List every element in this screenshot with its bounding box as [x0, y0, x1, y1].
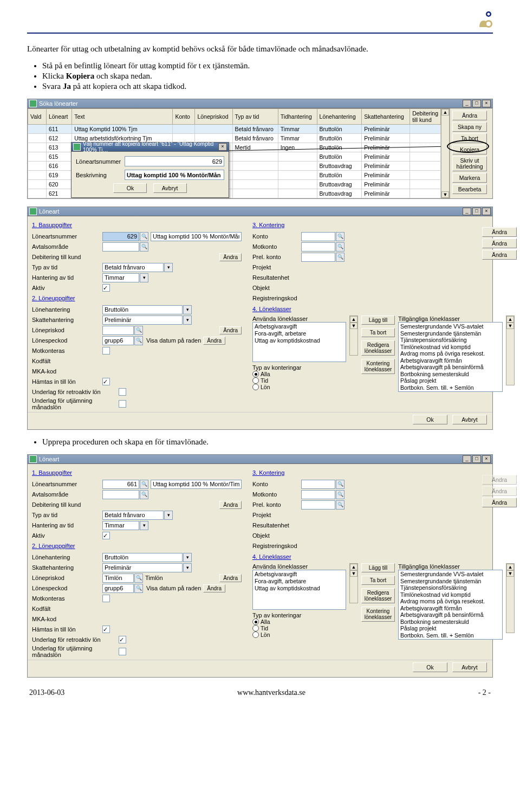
col-header[interactable]: Skattehantering [362, 109, 410, 125]
andra-button[interactable]: Ändra [203, 584, 225, 592]
col-header[interactable]: Lönepriskod [195, 109, 232, 125]
list-item[interactable]: Arbetsgivaravgift [255, 323, 344, 330]
list-item[interactable]: Fora-avgift, arbetare [255, 330, 344, 337]
ok-button[interactable]: Ok [413, 662, 447, 672]
section-link[interactable]: 2. Löneuppgifter [32, 295, 242, 301]
prelkonto-input[interactable] [301, 500, 335, 510]
andra-button[interactable]: Ändra [482, 498, 517, 507]
radio-tid[interactable] [252, 377, 259, 384]
scrollbar[interactable]: ▲▼ [349, 563, 358, 603]
section-link[interactable]: 3. Kontering [252, 222, 479, 228]
list-item[interactable]: Semestergrundande VVS-avtalet [400, 323, 500, 330]
search-icon[interactable]: 🔍 [134, 336, 143, 345]
redigera-button[interactable]: Redigera löneklasser [361, 588, 395, 603]
ok-button[interactable]: Ok [113, 183, 147, 193]
list-item[interactable]: Tjänstepensionsförsäkring [400, 584, 500, 591]
search-icon[interactable]: 🔍 [336, 253, 344, 262]
radio-lon[interactable] [252, 384, 259, 390]
lonespeckod-input[interactable] [102, 584, 134, 593]
section-link[interactable]: 4. Löneklasser [252, 306, 515, 312]
beskrivning-input[interactable] [125, 170, 224, 180]
scrollbar[interactable]: ▲▼ [506, 563, 515, 633]
avbryt-button[interactable]: Avbryt [452, 662, 487, 672]
andra-button[interactable]: Ändra [482, 239, 517, 248]
scrollbar[interactable]: ▲▼ [441, 108, 450, 198]
section-link[interactable]: 1. Basuppgifter [32, 222, 242, 228]
search-icon[interactable]: 🔍 [134, 326, 143, 335]
list-item[interactable]: Arbetsgivaravgift förmån [400, 605, 500, 612]
konto-input[interactable] [301, 480, 335, 489]
radio-lon[interactable] [252, 631, 259, 638]
col-header[interactable]: Tidhantering [278, 109, 317, 125]
col-header[interactable]: Löneart [46, 109, 72, 125]
list-item[interactable]: Timlönekostnad vid komptid [400, 344, 500, 351]
ok-button[interactable]: Ok [413, 415, 447, 424]
list-item[interactable]: Semestergrundande tjänstemän [400, 330, 500, 337]
andra-button[interactable]: Ändra [203, 337, 225, 345]
bearbeta-button[interactable]: Bearbeta [452, 184, 487, 194]
motkonteras-checkbox[interactable] [102, 347, 110, 355]
col-header[interactable]: Typ av tid [232, 109, 278, 125]
list-item[interactable]: Timlönekostnad vid komptid [400, 591, 500, 598]
list-item[interactable]: Tjänstepensionsförsäkring [400, 337, 500, 344]
used-classes-listbox[interactable]: ArbetsgivaravgiftFora-avgift, arbetareUt… [252, 570, 346, 610]
chevron-down-icon[interactable]: ▾ [183, 553, 192, 562]
avtal-input[interactable] [102, 242, 139, 252]
radio-alla[interactable] [252, 371, 259, 377]
lagg-till-button[interactable]: Lägg till [361, 315, 395, 325]
available-classes-listbox[interactable]: Semestergrundande VVS-avtaletSemestergru… [398, 570, 503, 640]
andra-button[interactable]: Ändra [219, 501, 242, 509]
list-item[interactable]: Arbetsgivaravgift förmån [400, 357, 500, 364]
aktiv-checkbox[interactable] [102, 532, 110, 539]
skapa-ny-button[interactable]: Skapa ny [452, 122, 487, 132]
chevron-down-icon[interactable]: ▾ [164, 263, 173, 272]
skriv-ut-härledning-button[interactable]: Skriv ut härledning [452, 156, 487, 171]
motkonto-input[interactable] [301, 490, 335, 499]
andra-button[interactable]: Ändra [482, 227, 517, 237]
list-item[interactable]: Påslag projekt [400, 377, 500, 384]
kopiera-button[interactable]: Kopiera [452, 145, 487, 154]
list-item[interactable]: Semestergrundande tjänstemän [400, 578, 500, 585]
chevron-down-icon[interactable]: ▾ [183, 305, 192, 314]
col-header[interactable]: Text [72, 109, 173, 125]
list-item[interactable]: Timlönekostnad komp x 1,5 [400, 391, 500, 392]
andra-button[interactable]: Ändra [219, 253, 242, 261]
list-item[interactable]: Avdrag moms på övriga resekost. [400, 350, 500, 357]
list-item[interactable]: Påslag projekt [400, 625, 500, 632]
maximize-icon[interactable]: □ [472, 208, 481, 215]
prelkonto-input[interactable] [301, 253, 335, 262]
col-header[interactable]: Konto [173, 109, 195, 125]
avbryt-button[interactable]: Avbryt [452, 415, 487, 424]
table-row[interactable]: 611Uttag Komptid 100% TjmBetald frånvaro… [28, 125, 441, 134]
list-item[interactable]: Bortbokning semesterskuld [400, 618, 500, 626]
close-icon[interactable]: × [482, 208, 491, 215]
list-item[interactable]: Fora-avgift, arbetare [255, 578, 344, 585]
list-item[interactable]: Bortbokn. Sem. till. + Semlön [400, 632, 500, 639]
markera-button[interactable]: Markera [452, 173, 487, 183]
chevron-down-icon[interactable]: ▾ [140, 273, 148, 282]
search-icon[interactable]: 🔍 [140, 490, 148, 499]
loneartsnummer-input[interactable] [102, 480, 139, 489]
section-link[interactable]: 2. Löneuppgifter [32, 543, 242, 549]
motkonteras-checkbox[interactable] [102, 595, 110, 602]
section-link[interactable]: 1. Basuppgifter [32, 469, 242, 476]
search-icon[interactable]: 🔍 [336, 232, 344, 241]
search-icon[interactable]: 🔍 [336, 500, 344, 510]
hamtas-checkbox[interactable] [102, 626, 110, 633]
typ-select[interactable] [102, 263, 164, 272]
lonepriskod-input[interactable] [102, 573, 134, 583]
list-item[interactable]: Arbetsgivaravgift på bensinförmå [400, 364, 500, 371]
redigera-button[interactable]: Redigera löneklasser [361, 340, 395, 356]
list-item[interactable]: Timlönekostnad komp x 1,5 [400, 639, 500, 640]
search-icon[interactable]: 🔍 [134, 573, 143, 583]
avtal-input[interactable] [102, 490, 139, 499]
konto-input[interactable] [301, 232, 335, 241]
loneartsnummer-input[interactable] [125, 156, 224, 166]
chevron-down-icon[interactable]: ▾ [183, 563, 192, 572]
section-link[interactable]: 3. Kontering [252, 469, 479, 476]
loneartsnummer-input[interactable] [102, 232, 139, 241]
desc-input[interactable] [151, 480, 242, 489]
search-icon[interactable]: 🔍 [134, 584, 143, 593]
col-header[interactable]: Lönehantering [317, 109, 362, 125]
minimize-icon[interactable]: _ [463, 455, 471, 463]
